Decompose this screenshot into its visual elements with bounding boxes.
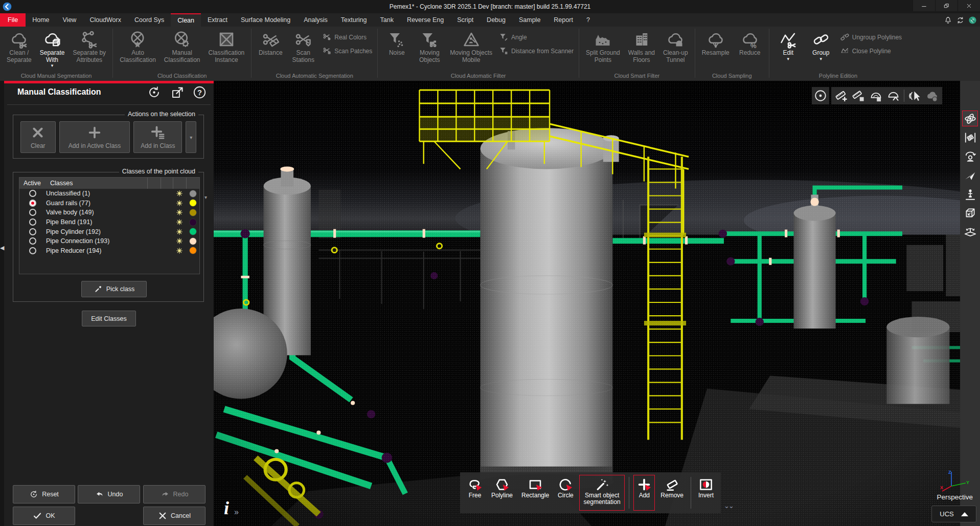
column-header-active[interactable]: Active [19, 178, 46, 189]
visibility-toggle[interactable] [173, 199, 186, 207]
menu-surface-modeling[interactable]: Surface Modeling [234, 13, 297, 27]
viewport-3d[interactable]: FreePolylineRectangleCircleSmart object … [214, 81, 980, 526]
pick-arrow-tool-button[interactable] [908, 89, 922, 103]
invert-tool-button[interactable]: Invert [695, 475, 717, 511]
active-radio[interactable] [29, 247, 36, 254]
notifications-bell-icon[interactable] [944, 16, 952, 25]
ribbon-button-resample[interactable]: Resample [698, 29, 733, 57]
ribbon-button-split-ground-points[interactable]: Split Ground Points [582, 29, 624, 63]
menu-clean[interactable]: Clean [171, 13, 201, 27]
visibility-toggle[interactable] [173, 208, 186, 216]
turntable-nav-button[interactable] [962, 224, 978, 240]
active-radio[interactable] [29, 237, 36, 245]
ribbon-button-distance[interactable]: Distance [255, 29, 286, 57]
reset-button[interactable]: Reset [13, 485, 75, 503]
free-tool-button[interactable]: Free [464, 475, 486, 511]
class-color-swatch[interactable] [189, 218, 197, 226]
visibility-toggle[interactable] [173, 228, 186, 236]
class-row-unclassified-1[interactable]: Unclassified (1) [19, 189, 199, 199]
ruler-plus-tool-button[interactable] [834, 89, 848, 103]
menu-texturing[interactable]: Texturing [334, 13, 374, 27]
ribbon-button-walls-and-floors[interactable]: Walls and Floors [625, 29, 658, 63]
menu-analysis[interactable]: Analysis [297, 13, 334, 27]
ribbon-button-classification-instance[interactable]: Classification Instance [205, 29, 248, 63]
ribbon-button-real-colors[interactable]: Real Colors [320, 32, 374, 42]
walk-nav-button[interactable] [962, 186, 978, 202]
class-row-pipe-reducer-194[interactable]: Pipe Reducer (194) [19, 246, 199, 256]
redo-button[interactable]: Redo [143, 485, 206, 503]
class-row-valve-body-149[interactable]: Valve body (149) [19, 208, 199, 217]
ribbon-button-clean-separate[interactable]: Clean / Separate [3, 29, 35, 63]
visibility-toggle[interactable] [173, 247, 186, 255]
look-nav-button[interactable] [962, 148, 978, 164]
menu-file[interactable]: File [0, 13, 26, 27]
class-color-swatch[interactable] [189, 199, 197, 207]
column-header-classes[interactable]: Classes [46, 178, 147, 189]
menu-tank[interactable]: Tank [373, 13, 400, 27]
ribbon-button-separate-with[interactable]: Separate With▾ [36, 29, 69, 68]
add-in-class-button[interactable]: Add in Class [133, 121, 182, 153]
detach-dialog-button[interactable] [171, 85, 185, 99]
polyline-tool-button[interactable]: Polyline [488, 475, 516, 511]
menu-sample[interactable]: Sample [512, 13, 547, 27]
class-color-swatch[interactable] [189, 237, 197, 245]
class-row-pipe-bend-191[interactable]: Pipe Bend (191) [19, 217, 199, 227]
menu-reverse-eng[interactable]: Reverse Eng [400, 13, 450, 27]
minimize-button[interactable] [913, 0, 935, 11]
menu-coord-sys[interactable]: Coord Sys [128, 13, 171, 27]
clear-button[interactable]: Clear [20, 121, 56, 153]
active-radio[interactable] [29, 209, 36, 216]
remove-tool-button[interactable]: Remove [657, 475, 687, 511]
ribbon-button-noise[interactable]: Noise [381, 29, 413, 57]
add-in-active-class-button[interactable]: Add in Active Class [59, 121, 130, 153]
protractor-line-tool-button[interactable] [886, 89, 900, 103]
active-radio[interactable] [29, 228, 36, 235]
menu-home[interactable]: Home [26, 13, 56, 27]
menu-report[interactable]: Report [547, 13, 580, 27]
pick-class-button[interactable]: Pick class [81, 281, 147, 297]
ribbon-button-scan-stations[interactable]: Scan Stations [287, 29, 319, 63]
cancel-button[interactable]: Cancel [143, 507, 206, 525]
visibility-toggle[interactable] [173, 189, 186, 198]
expand-chevrons-icon[interactable]: » [234, 508, 239, 517]
axis-cube-nav-button[interactable] [962, 205, 978, 221]
cloud-solid-tool-button[interactable] [925, 89, 939, 103]
ok-button[interactable]: OK [13, 507, 75, 525]
ribbon-button-auto-classification[interactable]: Auto Classification [116, 29, 159, 63]
active-radio[interactable] [29, 200, 36, 207]
class-row-guard-rails-77[interactable]: Guard rails (77) [19, 199, 199, 208]
class-row-pipe-cylinder-192[interactable]: Pipe Cylinder (192) [19, 227, 199, 236]
orbit-nav-button[interactable] [962, 111, 978, 126]
orbit-walls-nav-button[interactable] [962, 129, 978, 145]
class-row-pipe-connection-193[interactable]: Pipe Connection (193) [19, 236, 199, 246]
ribbon-button-edit[interactable]: Edit▾ [772, 29, 804, 61]
ribbon-button-scan-patches[interactable]: Scan Patches [320, 46, 374, 56]
menu-view[interactable]: View [56, 13, 83, 27]
classes-scroll-button[interactable]: ▾ [204, 194, 207, 200]
ribbon-button-manual-classification[interactable]: Manual Classification [161, 29, 204, 63]
ribbon-button-ungroup-polylines[interactable]: Ungroup Polylines [838, 32, 904, 42]
circle-tool-button[interactable]: Circle [555, 475, 577, 511]
ribbon-button-group[interactable]: Group▾ [805, 29, 837, 61]
ribbon-button-distance-from-scanner[interactable]: Distance from Scanner [497, 46, 576, 56]
help-button[interactable]: ? [193, 85, 207, 99]
ribbon-button-moving-objects[interactable]: Moving Objects [414, 29, 445, 63]
visibility-toggle[interactable] [173, 237, 186, 245]
menu-?[interactable]: ? [580, 13, 597, 27]
ruler-cube-tool-button[interactable] [852, 89, 865, 103]
sync-icon[interactable] [956, 16, 965, 25]
target-tool-button[interactable] [812, 87, 829, 104]
class-color-swatch[interactable] [189, 209, 197, 216]
menu-extract[interactable]: Extract [201, 13, 234, 27]
ribbon-button-close-polyline[interactable]: Close Polyline [838, 46, 904, 56]
history-button[interactable] [147, 85, 161, 99]
ucs-button[interactable]: UCS [931, 506, 976, 522]
ribbon-button-reduce[interactable]: %Reduce [734, 29, 766, 57]
restore-button[interactable] [935, 0, 958, 11]
fly-nav-button[interactable] [962, 167, 978, 183]
visibility-toggle[interactable] [173, 218, 186, 226]
smart-object-segmentation-tool-button[interactable]: Smart object segmentation [579, 475, 625, 511]
add-in-class-dropdown[interactable]: ▾ [186, 121, 196, 153]
class-color-swatch[interactable] [189, 247, 197, 254]
protractor-cube-tool-button[interactable] [869, 89, 883, 103]
